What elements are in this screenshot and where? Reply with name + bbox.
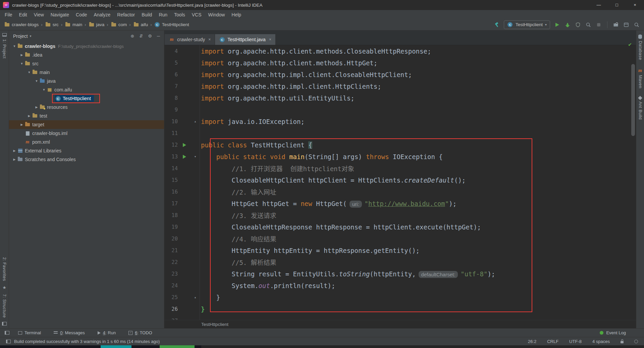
- stripe-button-database[interactable]: Database: [638, 34, 643, 60]
- class-icon: C: [507, 22, 513, 27]
- tool-window-switcher-icon[interactable]: [5, 331, 9, 335]
- locate-file-icon[interactable]: ⊕: [130, 33, 134, 39]
- tree-item-content: target: [24, 122, 44, 127]
- stripe-button-maven[interactable]: mMaven: [638, 68, 643, 88]
- code-token: [239, 153, 243, 160]
- maximize-button[interactable]: □: [608, 0, 626, 10]
- tree-item-com-aifu[interactable]: ▼com.aifu: [9, 85, 164, 94]
- lock-icon[interactable]: [621, 341, 624, 343]
- caret-position[interactable]: 26:2: [528, 339, 536, 344]
- fold-down-icon[interactable]: ▾: [194, 154, 197, 159]
- close-button[interactable]: ×: [626, 0, 644, 10]
- breadcrumb-item-crawler-blogs[interactable]: crawler-blogs: [4, 22, 39, 27]
- fold-up-icon[interactable]: ▴: [194, 119, 197, 124]
- menu-item-view[interactable]: View: [31, 12, 47, 17]
- editor-scrollbar[interactable]: [631, 64, 635, 136]
- tree-item-scratches-and-consoles[interactable]: ▶Scratches and Consoles: [9, 155, 164, 164]
- collapse-all-icon[interactable]: ⇵: [139, 33, 143, 39]
- breadcrumb-item-java[interactable]: java: [89, 22, 105, 27]
- chevron-down-icon: ▾: [545, 23, 547, 26]
- tree-item-crawler-blogs-iml[interactable]: crawler-blogs.iml: [9, 129, 164, 138]
- status-dock-icon[interactable]: [6, 340, 11, 343]
- menu-item-edit[interactable]: Edit: [16, 12, 31, 17]
- menu-item-vcs[interactable]: VCS: [189, 12, 205, 17]
- tree-item-pom-xml[interactable]: mpom.xml: [9, 138, 164, 146]
- event-log-button[interactable]: Event Log: [600, 330, 626, 335]
- code-editor[interactable]: 4import org.apache.http.client.methods.C…: [164, 45, 636, 320]
- tree-item-main[interactable]: ▼main: [9, 68, 164, 77]
- tree-item-crawler-blogs[interactable]: ▼crawler-blogsF:\study_project\siki\craw…: [9, 42, 164, 51]
- stripe-button-1-project[interactable]: 1: Project: [2, 39, 7, 59]
- status-message[interactable]: Build completed successfully with 3 warn…: [14, 339, 160, 344]
- editor-tab-crawler-study[interactable]: mcrawler-study×: [165, 34, 215, 45]
- encoding-select[interactable]: UTF-8: [569, 339, 582, 344]
- menu-item-refactor[interactable]: Refactor: [114, 12, 138, 17]
- run-configuration-select[interactable]: C TestHttpclient ▾: [504, 20, 550, 29]
- tree-item-idea[interactable]: ▶.idea: [9, 51, 164, 59]
- stripe-button-ant-build[interactable]: Ant Build: [638, 96, 643, 120]
- project-folder-icon: [17, 44, 23, 49]
- line-number: 24: [164, 283, 178, 289]
- menu-item-tools[interactable]: Tools: [171, 12, 189, 17]
- code-text: HttpEntity httpEntity = httpResponse.get…: [200, 247, 420, 254]
- debug-button[interactable]: [564, 21, 571, 28]
- breadcrumb-item-testhttpclient[interactable]: CTestHttpclient: [154, 22, 189, 27]
- breadcrumb-item-src[interactable]: src: [45, 22, 59, 27]
- breadcrumb-item-com[interactable]: com: [111, 22, 127, 27]
- tree-item-test[interactable]: ▶test: [9, 112, 164, 120]
- coverage-button[interactable]: [575, 21, 581, 28]
- run-line-icon[interactable]: [183, 143, 186, 147]
- tree-item-testhttpclient[interactable]: CTestHttpclient: [9, 94, 164, 103]
- tool-window-button-terminal[interactable]: Terminal: [18, 330, 41, 335]
- line-ending-select[interactable]: CRLF: [547, 339, 558, 344]
- stripe-button-7-structure[interactable]: 7: Structure: [2, 294, 7, 318]
- menu-item-analyze[interactable]: Analyze: [91, 12, 114, 17]
- project-view-select[interactable]: Project: [13, 33, 28, 39]
- menu-item-help[interactable]: Help: [228, 12, 245, 17]
- stop-button[interactable]: [595, 21, 602, 28]
- stripe-button-2-favorites[interactable]: 2: Favorites: [2, 257, 7, 281]
- restore-layout-button[interactable]: [623, 21, 630, 28]
- tool-window-button-6-todo[interactable]: ✓6: TODO: [128, 330, 152, 335]
- todo-icon: ✓: [128, 331, 132, 335]
- breadcrumb-item-main[interactable]: main: [65, 22, 82, 27]
- attach-debugger-button[interactable]: [585, 21, 592, 28]
- fold-up-icon[interactable]: ▴: [194, 295, 197, 299]
- indent-select[interactable]: 4 spaces: [592, 339, 610, 344]
- inspections-ok-icon[interactable]: ✔: [628, 42, 632, 47]
- hide-panel-icon[interactable]: ─: [157, 33, 160, 39]
- menu-item-build[interactable]: Build: [138, 12, 155, 17]
- tab-close-icon[interactable]: ×: [208, 37, 211, 42]
- tool-window-button-0-messages[interactable]: 0: Messages: [54, 330, 85, 335]
- app-logo-icon: IJ: [3, 2, 9, 8]
- run-line-icon[interactable]: [183, 155, 186, 159]
- run-button[interactable]: [554, 21, 560, 28]
- menu-item-window[interactable]: Window: [205, 12, 228, 17]
- tab-close-icon[interactable]: ×: [269, 37, 271, 42]
- tree-item-external-libraries[interactable]: ▶External Libraries: [9, 146, 164, 155]
- menu-item-code[interactable]: Code: [72, 12, 90, 17]
- tree-item-src[interactable]: ▼src: [9, 59, 164, 68]
- tool-window-button-4-run[interactable]: 4: Run: [98, 330, 116, 335]
- gear-icon[interactable]: ⚙: [148, 33, 152, 39]
- find-in-path-button[interactable]: [612, 21, 619, 28]
- menu-item-run[interactable]: Run: [155, 12, 171, 17]
- tree-item-target[interactable]: ▶target: [9, 120, 164, 129]
- search-everywhere-button[interactable]: [633, 21, 640, 28]
- menu-item-file[interactable]: File: [1, 12, 16, 17]
- tree-item-resources[interactable]: ▶resources: [9, 103, 164, 112]
- tree-item-content: External Libraries: [17, 148, 61, 153]
- menu-item-navigate[interactable]: Navigate: [47, 12, 72, 17]
- code-token: //5. 解析结果: [232, 259, 276, 266]
- editor-tab-testhttpclient-java[interactable]: CTestHttpclient.java×: [215, 34, 276, 45]
- build-hammer-button[interactable]: [493, 21, 500, 28]
- right-tool-stripe: DatabasemMavenAnt Build: [636, 30, 644, 328]
- member-breadcrumb[interactable]: TestHttpclient: [201, 322, 228, 327]
- tree-expanded-icon: ▼: [34, 79, 39, 83]
- stripe-switcher-icon[interactable]: [2, 322, 7, 326]
- tree-item-java[interactable]: ▼java: [9, 77, 164, 85]
- inspection-profile-icon[interactable]: [634, 340, 638, 343]
- breadcrumb-item-aifu[interactable]: aifu: [133, 22, 148, 27]
- minimize-button[interactable]: —: [590, 0, 608, 10]
- crumb-separator-icon: ›: [61, 22, 62, 27]
